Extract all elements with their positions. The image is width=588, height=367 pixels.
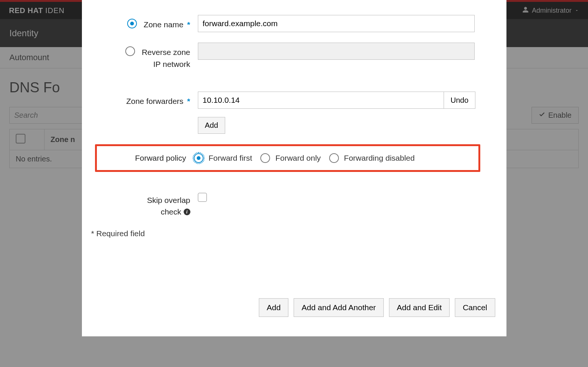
dialog-cancel-button[interactable]: Cancel bbox=[455, 298, 495, 317]
skip-overlap-label-l2: check bbox=[161, 206, 181, 218]
required-asterisk: * bbox=[187, 19, 190, 31]
skip-overlap-checkbox[interactable] bbox=[198, 193, 207, 202]
zone-forwarders-label: Zone forwarders bbox=[126, 95, 183, 107]
skip-overlap-label-l1: Skip overlap bbox=[147, 196, 190, 204]
dialog-add-another-button[interactable]: Add and Add Another bbox=[294, 298, 384, 317]
required-field-note: * Required field bbox=[91, 229, 495, 238]
forwarder-input[interactable] bbox=[198, 92, 444, 109]
forward-first-radio[interactable] bbox=[194, 153, 203, 163]
zone-name-label: Zone name bbox=[144, 19, 183, 31]
undo-forwarder-button[interactable]: Undo bbox=[444, 92, 476, 109]
zone-name-radio[interactable] bbox=[127, 19, 137, 28]
reverse-zone-label-l2: IP network bbox=[153, 60, 190, 68]
reverse-zone-input bbox=[198, 43, 475, 60]
forward-policy-label: Forward policy bbox=[135, 152, 186, 164]
add-forwarder-button[interactable]: Add bbox=[198, 117, 226, 134]
reverse-zone-radio[interactable] bbox=[125, 46, 135, 56]
forwarding-disabled-radio[interactable] bbox=[329, 153, 339, 163]
dialog-add-button[interactable]: Add bbox=[259, 298, 288, 317]
forward-only-radio[interactable] bbox=[260, 153, 270, 163]
add-forward-zone-dialog: Zone name * Reverse zone IP network bbox=[82, 0, 506, 336]
dialog-add-edit-button[interactable]: Add and Edit bbox=[389, 298, 450, 317]
forwarding-disabled-label: Forwarding disabled bbox=[344, 154, 415, 163]
modal-overlay: Zone name * Reverse zone IP network bbox=[0, 0, 588, 367]
forward-first-label: Forward first bbox=[209, 154, 252, 163]
required-asterisk: * bbox=[187, 95, 190, 107]
forward-policy-highlight: Forward policy Forward first Forward onl… bbox=[95, 144, 480, 172]
info-icon[interactable]: i bbox=[184, 209, 190, 215]
forward-only-label: Forward only bbox=[275, 154, 321, 163]
zone-name-input[interactable] bbox=[198, 15, 475, 32]
reverse-zone-label-l1: Reverse zone bbox=[142, 48, 190, 56]
